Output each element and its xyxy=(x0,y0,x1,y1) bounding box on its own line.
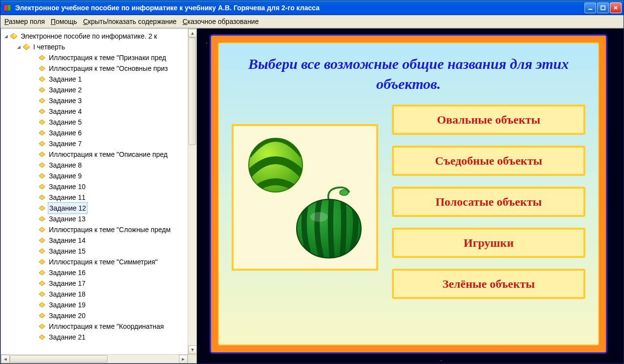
svg-marker-23 xyxy=(39,206,45,211)
tree-item[interactable]: Задание 2 xyxy=(3,85,196,95)
page-icon xyxy=(38,183,46,190)
menu-toggle-toc[interactable]: Скрыть/показать содержание xyxy=(83,18,176,25)
app-icon xyxy=(3,3,12,12)
svg-marker-14 xyxy=(39,109,45,114)
tree-item[interactable]: Задание 9 xyxy=(3,171,196,181)
tree-item[interactable]: Задание 11 xyxy=(3,192,196,203)
scroll-right-arrow[interactable]: ► xyxy=(179,355,188,363)
tree-item[interactable]: Задание 12 xyxy=(3,203,196,214)
tree-item[interactable]: Задание 13 xyxy=(3,214,196,224)
tree-item[interactable]: Задание 10 xyxy=(3,181,196,192)
task-card: Выбери все возможные общие названия для … xyxy=(218,43,599,345)
tree-label: Задание 1 xyxy=(48,74,83,85)
window-controls xyxy=(584,2,622,13)
tree-item[interactable]: Иллюстрация к теме "Описание пред xyxy=(3,149,196,160)
minimize-button[interactable] xyxy=(584,2,596,13)
horizontal-scrollbar[interactable]: ◄ ► xyxy=(1,354,188,363)
tree-item[interactable]: Задание 16 xyxy=(3,267,196,278)
page-icon xyxy=(38,151,46,158)
main-area: ◢Электронное пособие по информатике. 2 к… xyxy=(0,28,624,364)
page-icon xyxy=(38,86,46,93)
maximize-button[interactable] xyxy=(597,2,609,13)
menu-fairy-edu[interactable]: Сказочное образование xyxy=(182,18,258,25)
svg-marker-26 xyxy=(39,238,45,243)
tree-item[interactable]: Задание 6 xyxy=(3,128,196,138)
tree-item[interactable]: Иллюстрация к теме "Сложные предм xyxy=(3,224,196,235)
tree-quarter[interactable]: ◢I четверть xyxy=(3,42,196,52)
svg-marker-9 xyxy=(39,55,45,60)
tree-item[interactable]: Задание 15 xyxy=(3,246,196,257)
tree-label: Задание 13 xyxy=(48,214,86,224)
book-icon xyxy=(10,33,18,40)
page-icon xyxy=(38,215,46,222)
toc-scroll: ◢Электронное пособие по информатике. 2 к… xyxy=(1,29,196,363)
svg-marker-18 xyxy=(39,152,45,157)
tree-label: I четверть xyxy=(32,42,66,52)
scroll-left-arrow[interactable]: ◄ xyxy=(1,355,10,363)
task-body: Овальные объектыСъедобные объектыПолосат… xyxy=(227,103,590,299)
answer-option[interactable]: Игрушки xyxy=(392,228,585,258)
tree-item[interactable]: Задание 20 xyxy=(3,310,196,321)
answer-option[interactable]: Полосатые объекты xyxy=(392,187,585,217)
tree-label: Задание 20 xyxy=(48,310,86,321)
page-icon xyxy=(38,140,46,147)
tree-label: Задание 12 xyxy=(48,202,87,214)
tree-label: Иллюстрация к теме "Основные приз xyxy=(48,63,169,74)
tree-root[interactable]: ◢Электронное пособие по информатике. 2 к xyxy=(3,31,196,42)
close-button[interactable] xyxy=(610,2,622,13)
menu-field-size[interactable]: Размер поля xyxy=(4,18,45,25)
svg-marker-28 xyxy=(39,259,45,264)
page-icon xyxy=(38,237,46,244)
hscroll-thumb[interactable] xyxy=(10,355,108,363)
scroll-up-arrow[interactable]: ▲ xyxy=(188,29,196,38)
tree-label: Задание 15 xyxy=(48,246,86,257)
vertical-scrollbar[interactable]: ▲ ▼ xyxy=(188,29,196,354)
task-prompt: Выбери все возможные общие названия для … xyxy=(237,54,581,94)
tree-label: Задание 10 xyxy=(48,181,86,192)
hscroll-track[interactable] xyxy=(10,355,179,363)
svg-marker-10 xyxy=(39,66,45,71)
svg-marker-22 xyxy=(39,195,45,200)
page-icon xyxy=(38,334,46,341)
tree-item[interactable]: Иллюстрация к теме "Основные приз xyxy=(3,63,196,74)
svg-marker-19 xyxy=(39,163,45,168)
tree-item[interactable]: Иллюстрация к теме "Симметрия" xyxy=(3,257,196,267)
svg-point-39 xyxy=(340,190,348,195)
page-icon xyxy=(38,108,46,115)
tree-item[interactable]: Иллюстрация к теме "Признаки пред xyxy=(3,52,196,63)
answer-option[interactable]: Съедобные объекты xyxy=(392,146,585,176)
menubar: Размер поля Помощь Скрыть/показать содер… xyxy=(0,15,624,28)
tree-item[interactable]: Задание 8 xyxy=(3,160,196,171)
expander-icon[interactable]: ◢ xyxy=(3,31,9,42)
tree-item[interactable]: Задание 1 xyxy=(3,74,196,85)
tree-item[interactable]: Задание 7 xyxy=(3,138,196,149)
tree-item[interactable]: Иллюстрация к теме "Координатная xyxy=(3,321,196,332)
menu-help[interactable]: Помощь xyxy=(51,18,77,25)
svg-marker-17 xyxy=(39,141,45,146)
answer-option[interactable]: Зелёные объекты xyxy=(392,269,585,299)
vscroll-thumb[interactable] xyxy=(189,38,196,145)
tree-item[interactable]: Задание 21 xyxy=(3,332,196,343)
tree-label: Иллюстрация к теме "Признаки пред xyxy=(48,52,167,63)
svg-rect-0 xyxy=(4,5,7,11)
svg-marker-35 xyxy=(39,335,45,340)
tree-item[interactable]: Задание 19 xyxy=(3,300,196,310)
tree-item[interactable]: Задание 14 xyxy=(3,235,196,246)
vscroll-track[interactable] xyxy=(188,38,196,345)
svg-rect-4 xyxy=(601,6,605,10)
page-icon xyxy=(38,97,46,104)
svg-marker-27 xyxy=(39,249,45,254)
tree-label: Задание 16 xyxy=(48,267,86,278)
page-icon xyxy=(38,194,46,201)
tree-item[interactable]: Задание 4 xyxy=(3,106,196,117)
content-panel: Выбери все возможные общие названия для … xyxy=(197,28,624,364)
tree-item[interactable]: Задание 3 xyxy=(3,95,196,106)
tree-item[interactable]: Задание 5 xyxy=(3,117,196,128)
scroll-down-arrow[interactable]: ▼ xyxy=(188,345,196,354)
tree-item[interactable]: Задание 18 xyxy=(3,289,196,300)
tree-item[interactable]: Задание 17 xyxy=(3,278,196,289)
page-icon xyxy=(38,323,46,330)
expander-icon[interactable]: ◢ xyxy=(16,42,22,52)
answer-option[interactable]: Овальные объекты xyxy=(392,105,585,135)
window-title: Электронное учебное пособие по информати… xyxy=(15,4,584,12)
